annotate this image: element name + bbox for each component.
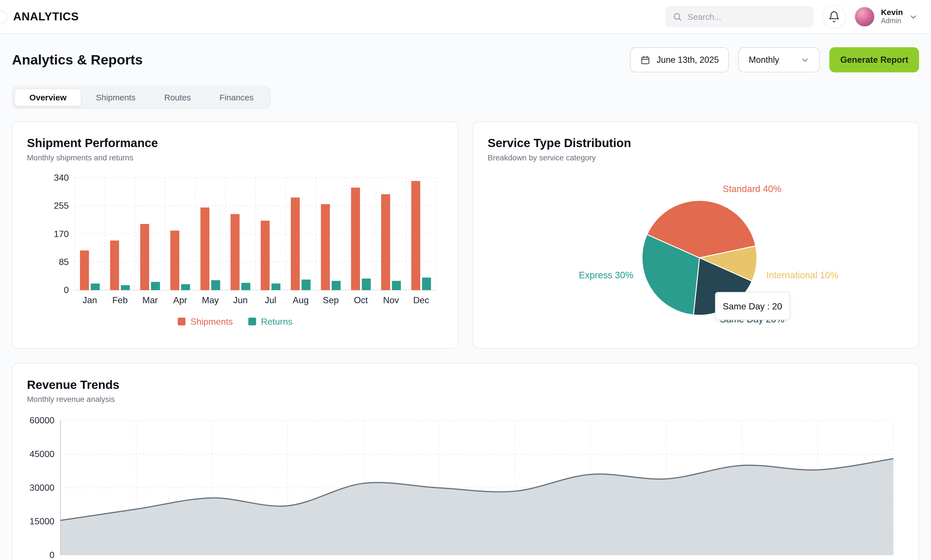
legend-label: Shipments (190, 317, 233, 327)
bar (181, 284, 190, 290)
bar (362, 278, 371, 290)
bar (241, 283, 250, 290)
svg-text:Nov: Nov (383, 295, 399, 305)
app-logo: ANALYTICS (13, 10, 79, 23)
svg-text:255: 255 (54, 200, 69, 211)
bar (110, 240, 119, 290)
svg-text:Aug: Aug (293, 295, 309, 305)
calendar-icon (640, 55, 651, 65)
pie-chart (473, 122, 920, 349)
svg-text:Feb: Feb (112, 295, 128, 305)
bar (291, 197, 300, 290)
pie-label-standard: Standard 40% (723, 183, 782, 194)
bar (411, 181, 420, 290)
bar (91, 283, 100, 290)
bell-icon (828, 11, 840, 23)
pie-tooltip: Same Day : 20 (715, 292, 790, 320)
chevron-down-icon (909, 12, 918, 21)
bar (422, 277, 431, 290)
svg-text:May: May (202, 295, 219, 305)
bar (151, 282, 160, 290)
card-title: Shipment Performance (27, 136, 443, 150)
main-content: Analytics & Reports June 13th, 2025 Mont… (0, 34, 931, 560)
bar-chart-area: 085170255340JanFebMarAprMayJunJulAugSepO… (27, 173, 443, 310)
bar (392, 281, 401, 290)
card-title: Revenue Trends (27, 378, 904, 392)
bar (321, 204, 330, 290)
date-picker-button[interactable]: June 13th, 2025 (630, 47, 729, 72)
tab-routes[interactable]: Routes (150, 89, 205, 106)
area-chart: 015000300004500060000 (27, 412, 905, 560)
svg-text:Apr: Apr (173, 295, 187, 305)
svg-text:Jun: Jun (233, 295, 248, 305)
revenue-trends-card: Revenue Trends Monthly revenue analysis … (12, 363, 919, 560)
avatar (855, 6, 875, 27)
notifications-button[interactable] (822, 5, 846, 29)
svg-text:Jul: Jul (265, 295, 276, 305)
bar (231, 214, 240, 290)
generate-report-button[interactable]: Generate Report (829, 47, 919, 72)
bar (381, 194, 390, 290)
svg-text:Dec: Dec (413, 295, 429, 305)
bar (272, 283, 281, 290)
svg-text:85: 85 (59, 257, 69, 267)
tab-shipments[interactable]: Shipments (82, 89, 150, 106)
user-role: Admin (881, 17, 903, 25)
tab-finances[interactable]: Finances (205, 89, 268, 106)
card-subtitle: Monthly shipments and returns (27, 153, 443, 162)
svg-text:0: 0 (49, 550, 55, 560)
bar (121, 285, 130, 290)
tab-overview[interactable]: Overview (14, 89, 82, 106)
user-menu[interactable]: Kevin Admin (855, 6, 918, 27)
chevron-down-icon (801, 55, 810, 65)
pie-label-express: Express 30% (579, 270, 633, 280)
bar (170, 231, 179, 290)
bar (260, 221, 269, 290)
svg-text:60000: 60000 (29, 415, 54, 425)
report-tabs: OverviewShipmentsRoutesFinances (12, 86, 270, 109)
pie-chart-area: Standard 40%International 10%Same Day 20… (473, 122, 919, 348)
shipment-performance-card: Shipment Performance Monthly shipments a… (12, 122, 458, 349)
top-header: ANALYTICS Kevin Admin (0, 0, 931, 34)
search-input[interactable] (688, 12, 807, 22)
bar (332, 281, 341, 290)
legend-item-returns: Returns (248, 317, 292, 327)
area-fill (60, 459, 893, 555)
bar (200, 207, 209, 290)
svg-text:340: 340 (54, 173, 69, 182)
period-select-value: Monthly (749, 55, 779, 65)
svg-text:Oct: Oct (354, 295, 368, 305)
bar-chart: 085170255340JanFebMarAprMayJunJulAugSepO… (27, 173, 445, 308)
user-name: Kevin (881, 8, 903, 17)
svg-text:15000: 15000 (29, 516, 54, 526)
bar (302, 280, 311, 290)
sidebar-toggle[interactable] (0, 10, 7, 25)
legend-swatch (178, 318, 186, 325)
search-icon (673, 12, 682, 22)
legend-label: Returns (261, 317, 292, 327)
period-select[interactable]: Monthly (739, 47, 820, 72)
svg-text:Mar: Mar (142, 295, 158, 305)
card-subtitle: Monthly revenue analysis (27, 395, 904, 404)
svg-text:45000: 45000 (29, 449, 54, 459)
pie-label-international: International 10% (766, 270, 839, 280)
area-chart-area: 015000300004500060000 (27, 412, 904, 560)
bar (140, 224, 149, 290)
page-title: Analytics & Reports (12, 52, 143, 68)
date-picker-label: June 13th, 2025 (657, 55, 719, 65)
bar (351, 188, 360, 290)
search-box[interactable] (665, 6, 814, 28)
bar (80, 250, 89, 290)
svg-text:170: 170 (54, 229, 69, 239)
svg-text:30000: 30000 (29, 483, 54, 493)
svg-text:0: 0 (64, 285, 69, 295)
bar-chart-legend: ShipmentsReturns (27, 317, 443, 327)
svg-text:Sep: Sep (323, 295, 339, 305)
svg-text:Jan: Jan (83, 295, 97, 305)
legend-item-shipments: Shipments (178, 317, 233, 327)
app-root: ANALYTICS Kevin Admin (0, 0, 931, 560)
legend-swatch (248, 318, 256, 325)
service-type-distribution-card: Service Type Distribution Breakdown by s… (473, 122, 919, 349)
bar (211, 280, 220, 290)
